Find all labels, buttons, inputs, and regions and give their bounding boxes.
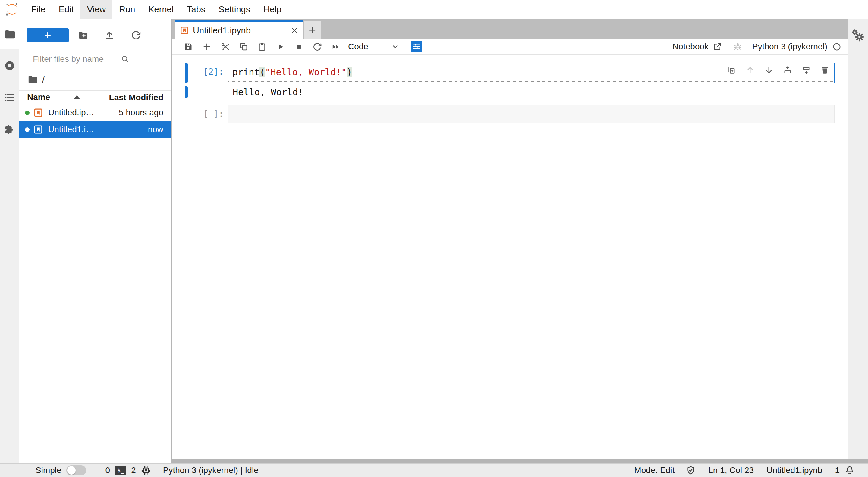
cell-type-dropdown[interactable]: Code [348,42,399,52]
menu-settings[interactable]: Settings [212,0,257,19]
kernel-status-idle-icon[interactable] [832,42,841,52]
copy-cell-button[interactable] [239,42,248,52]
code-cell-1: [2]: print("Hello, World!") [173,63,847,83]
cut-cell-button[interactable] [221,42,230,52]
kernel-name[interactable]: Python 3 (ipykernel) [752,42,827,52]
kernel-status-text[interactable]: Python 3 (ipykernel) | Idle [163,466,258,475]
notebook-file-icon [180,26,189,35]
sidebar-tab-file-browser[interactable] [0,19,19,49]
upload-button[interactable] [104,30,115,40]
external-link-icon[interactable] [713,42,722,51]
kernel-chip-icon [141,465,151,476]
cursor-position[interactable]: Ln 1, Col 23 [708,466,754,475]
cell-toolbar-settings-button[interactable] [411,41,422,53]
jupyterlab-window: File Edit View Run Kernel Tabs Settings … [0,0,868,477]
menu-file[interactable]: File [25,0,52,19]
file-list-header: Name Last Modified [19,90,170,104]
output-collapser[interactable] [185,86,188,98]
file-modified-time: 5 hours ago [119,108,170,117]
menu-view[interactable]: View [81,0,113,19]
notebook-file-icon [33,124,43,135]
sidebar-tab-running-sessions[interactable] [0,55,19,76]
column-header-name[interactable]: Name [19,93,86,102]
left-activity-bar [0,19,19,463]
new-launcher-button[interactable] [27,28,69,42]
menu-run[interactable]: Run [113,0,142,19]
jupyter-logo-icon [4,1,20,17]
mode-indicator: Mode: Edit [634,466,675,475]
file-browser-panel: / Name Last Modified Untitled.ip… 5 hour… [19,19,170,463]
sidebar-tab-table-of-contents[interactable] [0,87,19,108]
debugger-bug-icon[interactable] [733,42,743,52]
file-row-untitled[interactable]: Untitled.ip… 5 hours ago [19,104,170,121]
terminal-icon: $_ [115,466,126,475]
restart-kernel-button[interactable] [313,42,322,52]
kernel-running-dot [25,127,30,132]
cell-hover-toolbar [725,66,830,75]
toc-list-icon [4,92,16,103]
sidebar-tab-extensions[interactable] [0,118,19,140]
kernel-running-dot [25,110,30,115]
insert-cell-above-button[interactable] [783,66,792,75]
paste-cell-button[interactable] [257,42,267,52]
save-button[interactable] [183,42,193,52]
folder-icon [4,28,16,40]
empty-code-editor[interactable] [227,105,835,124]
notebook-view-label[interactable]: Notebook [673,42,709,52]
execution-prompt: [2]: [188,63,224,83]
dock-panel: Untitled1.ipynb [173,19,847,463]
search-icon [120,54,130,64]
kernels-count[interactable]: 2 [131,466,136,475]
plus-icon [43,31,52,39]
sliders-icon [412,42,421,51]
new-folder-button[interactable] [78,30,88,40]
breadcrumb: / [27,73,170,86]
sort-ascending-icon [73,95,80,99]
tab-bar: Untitled1.ipynb [173,19,847,39]
notebook-panel: Code Notebook Python 3 (ipykernel) [173,39,847,459]
file-browser-toolbar [19,19,170,42]
code-editor[interactable]: print("Hello, World!") [227,63,835,83]
filter-files-box [27,50,134,67]
menu-tabs[interactable]: Tabs [180,0,212,19]
right-activity-bar [847,19,868,459]
close-tab-icon[interactable] [290,26,299,35]
insert-cell-button[interactable] [202,42,212,52]
input-collapser[interactable] [185,63,188,83]
delete-cell-button[interactable] [820,66,830,75]
status-bar: Simple 0 $_ 2 Python 3 (ipykernel) | Idl… [0,463,868,477]
terminals-count[interactable]: 0 [105,466,110,475]
toolbar-right-group: Notebook Python 3 (ipykernel) [673,42,841,52]
refresh-button[interactable] [131,30,141,40]
execution-prompt: [ ]: [188,105,224,124]
simple-mode-toggle[interactable] [66,465,86,476]
menu-edit[interactable]: Edit [52,0,81,19]
current-filename: Untitled1.ipynb [767,466,822,475]
run-cell-button[interactable] [276,42,285,52]
duplicate-cell-button[interactable] [727,66,736,75]
interrupt-kernel-button[interactable] [294,42,304,52]
chevron-down-icon [391,43,399,51]
plus-icon [308,26,317,35]
tab-untitled1-ipynb[interactable]: Untitled1.ipynb [175,20,303,39]
column-header-last-modified[interactable]: Last Modified [86,91,170,104]
home-folder-icon[interactable] [27,74,38,85]
menu-help[interactable]: Help [257,0,288,19]
property-inspector-gears-icon[interactable] [851,28,865,42]
main-area: / Name Last Modified Untitled.ip… 5 hour… [0,19,868,463]
trusted-shield-icon[interactable] [686,466,695,475]
cell-output-text: Hello, World! [233,86,304,98]
status-bar-right: Mode: Edit Ln 1, Col 23 Untitled1.ipynb … [634,465,855,476]
restart-run-all-button[interactable] [331,42,340,52]
notification-count[interactable]: 1 [835,466,840,475]
notebook-cells: [2]: print("Hello, World!") [173,55,847,459]
bell-icon[interactable] [844,465,855,476]
move-cell-down-button[interactable] [764,66,773,75]
new-tab-button[interactable] [304,21,321,39]
move-cell-up-button[interactable] [746,66,755,75]
filter-files-input[interactable] [27,50,134,67]
file-row-untitled1[interactable]: Untitled1.i… now [19,121,170,138]
cell-output-area: Hello, World! [173,86,847,98]
menu-kernel[interactable]: Kernel [142,0,180,19]
insert-cell-below-button[interactable] [802,66,811,75]
